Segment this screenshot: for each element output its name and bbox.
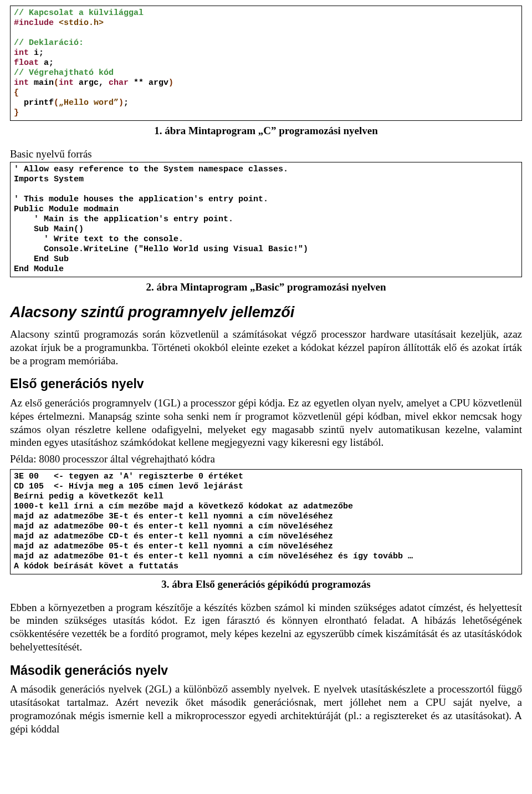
code-block-basic: ' Allow easy reference to the System nam… — [10, 162, 522, 277]
code-token: ) — [119, 98, 124, 108]
code-token: ; — [124, 98, 129, 108]
code-line: End Module — [14, 264, 64, 274]
code-token: i; — [29, 48, 44, 58]
paragraph: A második generációs nyelvek (2GL) a kül… — [10, 683, 522, 735]
code-line: ' Main is the application's entry point. — [14, 215, 233, 224]
heading-low-level: Alacsony szintű programnyelv jellemzői — [10, 303, 522, 322]
figure-caption-2: 2. ábra Mintaprogram „Basic” programozás… — [10, 281, 522, 294]
paragraph: Alacsony szintű programozás során közvet… — [10, 328, 522, 367]
paragraph: Példa: 8080 processzor által végrehajtha… — [10, 452, 522, 466]
code-block-machine: 3E 00 <- tegyen az 'A' regiszterbe 0 ért… — [10, 469, 522, 574]
code-token: ( — [54, 78, 59, 88]
figure-caption-1: 1. ábra Mintaprogram „C” programozási ny… — [10, 124, 522, 138]
code-token: a; — [39, 58, 54, 68]
heading-first-gen: Első generációs nyelv — [10, 376, 522, 392]
code-line: majd az adatmezőbe 05-t és enter-t kell … — [14, 542, 333, 551]
paragraph: Az első generációs programnyelv (1GL) a … — [10, 396, 522, 449]
code-line: Public Module modmain — [14, 205, 119, 214]
code-line: { — [14, 88, 19, 98]
code-line: End Sub — [14, 255, 69, 264]
code-token: int — [14, 48, 29, 58]
code-line: Console.WriteLine ("Hello World using Vi… — [14, 245, 308, 254]
code-line: A kódok beírását követ a futtatás — [14, 562, 178, 571]
code-line: } — [14, 108, 19, 118]
code-line: // Kapcsolat a külvilággal — [14, 8, 144, 18]
code-line: 3E 00 <- tegyen az 'A' regiszterbe 0 ért… — [14, 472, 243, 481]
code-line: majd az adatmezőbe 00-t és enter-t kell … — [14, 522, 333, 531]
code-line: // Végrehajtható kód — [14, 68, 114, 78]
code-line: // Deklaráció: — [14, 38, 84, 48]
code-line: majd az adatmezőbe CD-t és enter-t kell … — [14, 532, 333, 541]
code-token: „Hello word” — [59, 98, 119, 108]
code-line: Imports System — [14, 175, 84, 184]
code-line: majd az adatmezőbe 01-t és enter-t kell … — [14, 552, 413, 561]
figure-caption-3: 3. ábra Első generációs gépikódú program… — [10, 578, 522, 591]
code-line: ' This module houses the application's e… — [14, 195, 268, 204]
code-token: main — [29, 78, 54, 88]
code-line: ' Allow easy reference to the System nam… — [14, 165, 288, 174]
basic-source-label: Basic nyelvű forrás — [10, 147, 522, 161]
code-token: <stdio.h> — [54, 18, 104, 28]
code-token: int — [14, 78, 29, 88]
paragraph: Ebben a környezetben a program készítője… — [10, 601, 522, 654]
code-token: printf — [14, 98, 54, 108]
code-token: int — [59, 78, 74, 88]
code-token: #include — [14, 18, 54, 28]
code-line: majd az adatmezőbe 3E-t és enter-t kell … — [14, 512, 333, 521]
code-line: Beírni pedig a következőt kell — [14, 492, 163, 501]
code-line: 1000-t kell írni a cím mezőbe majd a köv… — [14, 502, 353, 511]
code-line: CD 105 <- Hívja meg a 105 címen levő lej… — [14, 482, 243, 491]
code-token: ) — [168, 78, 173, 88]
code-line: ' Write text to the console. — [14, 235, 183, 244]
heading-second-gen: Második generációs nyelv — [10, 663, 522, 679]
code-block-c: // Kapcsolat a külvilággal #include <std… — [10, 6, 522, 121]
code-token: argc, — [74, 78, 109, 88]
code-token: float — [14, 58, 39, 68]
code-token: ** argv — [129, 78, 168, 88]
code-token: ( — [54, 98, 59, 108]
code-token: char — [109, 78, 129, 88]
code-line: Sub Main() — [14, 225, 84, 234]
